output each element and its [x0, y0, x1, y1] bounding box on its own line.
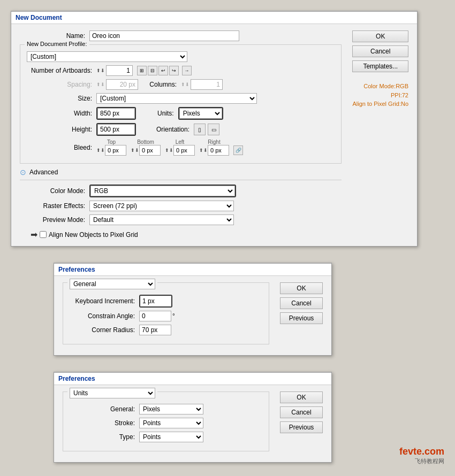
artboard-icons: ⊞ ⊟ ↩ ↪ →: [137, 66, 192, 75]
preview-mode-select[interactable]: Default Pixel Overprint: [89, 214, 234, 225]
constrain-angle-label: Constrain Angle:: [70, 312, 139, 320]
type-units-select[interactable]: Points Pixels Millimeters: [139, 432, 203, 442]
units-ok-button[interactable]: OK: [280, 391, 323, 403]
general-section: General Units Keyboard Increment: Constr…: [63, 282, 269, 344]
height-input[interactable]: [97, 124, 135, 135]
bottom-label: Bottom: [137, 139, 154, 145]
stroke-units-label: Stroke:: [70, 419, 139, 427]
units-previous-button[interactable]: Previous: [280, 421, 323, 433]
units-cancel-button[interactable]: Cancel: [280, 406, 323, 418]
align-checkbox[interactable]: [40, 231, 47, 238]
width-input[interactable]: [97, 108, 135, 119]
spacing-input[interactable]: [106, 79, 138, 90]
bleed-label: Bleed:: [27, 144, 96, 151]
artboards-label: Number of Artboards:: [27, 67, 96, 74]
align-label: Align New Objects to Pixel Grid: [49, 231, 138, 239]
raster-effects-label: Raster Effects:: [20, 202, 89, 210]
left-label: Left: [176, 139, 185, 145]
stroke-units-select[interactable]: Points Pixels Millimeters: [139, 418, 203, 428]
spacing-label: Spacing:: [27, 81, 96, 88]
pref-cancel-button[interactable]: Cancel: [280, 297, 323, 309]
orientation-buttons: ▯ ▭: [194, 124, 219, 135]
advanced-label: Advanced: [29, 168, 58, 176]
general-units-label: General:: [70, 405, 139, 413]
align-checkbox-row: ➡ Align New Objects to Pixel Grid: [31, 229, 342, 240]
brand-subtitle: 飞特教程网: [399, 457, 444, 465]
artboards-input[interactable]: [106, 65, 133, 76]
profile-select[interactable]: [Custom]: [27, 51, 187, 62]
templates-button[interactable]: Templates...: [352, 60, 408, 72]
new-document-dialog: New Document Name: New Document Profile:…: [11, 11, 418, 247]
general-units-select[interactable]: Pixels Points Millimeters: [139, 404, 203, 414]
bleed-link-icon[interactable]: 🔗: [233, 145, 243, 155]
degree-symbol: °: [172, 312, 175, 320]
width-label: Width:: [27, 110, 96, 117]
units-label: Units:: [157, 110, 174, 117]
artboard-icon-2[interactable]: ⊟: [148, 66, 157, 75]
size-label: Size:: [27, 95, 96, 102]
bleed-right[interactable]: [208, 145, 229, 156]
preferences-general-dialog: Preferences General Units Keyboard Incre…: [54, 263, 332, 356]
branding: fevte.com 飞特教程网: [399, 446, 444, 465]
align-arrow-icon: ➡: [31, 229, 37, 240]
pref-ok-button[interactable]: OK: [280, 282, 323, 294]
preferences-units-title: Preferences: [54, 373, 331, 385]
units-category-select[interactable]: Units General: [70, 388, 155, 398]
bleed-top[interactable]: [105, 145, 126, 156]
name-label: Name:: [20, 32, 89, 40]
preferences-category-select[interactable]: General Units: [70, 279, 155, 289]
profile-section-label: New Document Profile:: [25, 41, 89, 47]
bleed-left[interactable]: [173, 145, 195, 156]
new-document-title: New Document: [11, 12, 417, 24]
artboard-icon-4[interactable]: ↪: [169, 66, 179, 75]
units-section: Units General General: Pixels Points Mil…: [63, 391, 269, 451]
orientation-portrait[interactable]: ▯: [194, 124, 206, 135]
top-label: Top: [107, 139, 116, 145]
advanced-section: Color Mode: RGB CMYK Raster Effects: Scr…: [20, 180, 342, 240]
size-select[interactable]: [Custom]: [96, 93, 257, 104]
type-units-label: Type:: [70, 433, 139, 441]
artboard-icon-5[interactable]: →: [182, 66, 192, 75]
preview-mode-label: Preview Mode:: [20, 216, 89, 224]
height-label: Height:: [27, 126, 96, 133]
artboard-icon-3[interactable]: ↩: [158, 66, 168, 75]
columns-input[interactable]: [191, 79, 223, 90]
keyboard-increment-input[interactable]: [140, 296, 171, 306]
color-mode-select[interactable]: RGB CMYK: [90, 186, 235, 196]
orientation-label: Orientation:: [156, 126, 189, 133]
color-info: Color Mode:RGBPPI:72Align to Pixel Grid:…: [352, 82, 408, 109]
preferences-general-buttons: OK Cancel Previous: [274, 282, 323, 349]
bleed-bottom[interactable]: [139, 145, 161, 156]
right-label: Right: [208, 139, 220, 145]
orientation-landscape[interactable]: ▭: [208, 124, 219, 135]
ok-button[interactable]: OK: [352, 30, 408, 42]
artboards-spinner: ⬆⬇: [96, 65, 133, 76]
units-select[interactable]: Pixels Points Millimeters: [179, 108, 222, 119]
columns-label: Columns:: [149, 81, 181, 88]
corner-radius-label: Corner Radius:: [70, 326, 139, 334]
preferences-units-buttons: OK Cancel Previous: [274, 391, 323, 456]
advanced-toggle[interactable]: ⊙ Advanced: [20, 168, 342, 176]
name-input[interactable]: [89, 30, 239, 41]
color-mode-label: Color Mode:: [20, 187, 89, 195]
constrain-angle-input[interactable]: [139, 311, 171, 321]
preferences-general-title: Preferences: [54, 264, 331, 276]
pref-previous-button[interactable]: Previous: [280, 312, 323, 324]
raster-effects-select[interactable]: Screen (72 ppi) Medium (150 ppi) High (3…: [89, 201, 234, 211]
preferences-units-dialog: Preferences Units General General: Pixel…: [54, 372, 332, 463]
advanced-chevron-icon: ⊙: [20, 168, 26, 176]
cancel-button[interactable]: Cancel: [352, 45, 408, 57]
new-document-buttons: OK Cancel Templates... Color Mode:RGBPPI…: [346, 30, 408, 240]
artboard-icon-1[interactable]: ⊞: [137, 66, 147, 75]
brand-name: fevte.com: [399, 446, 444, 457]
corner-radius-input[interactable]: [139, 325, 171, 335]
keyboard-increment-label: Keyboard Increment:: [70, 297, 139, 305]
